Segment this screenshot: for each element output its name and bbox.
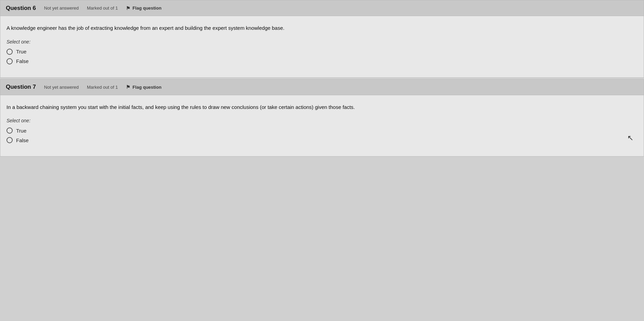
question-7-option-true[interactable]: True [7,127,637,134]
question-7-marked: Marked out of 1 [87,85,118,90]
question-7-option-false-label: False [16,137,29,143]
quiz-container: Question 6 Not yet answered Marked out o… [0,0,644,157]
question-7-option-true-label: True [16,128,26,134]
question-7-select-label: Select one: [7,118,637,123]
question-6-option-false-label: False [16,58,29,64]
radio-q7-true[interactable] [7,127,13,134]
question-7-flag-button[interactable]: ⚑ Flag question [126,84,162,90]
question-6-marked: Marked out of 1 [87,5,118,11]
radio-q6-true[interactable] [7,49,13,55]
radio-q7-false[interactable] [7,137,13,143]
question-7-flag-label: Flag question [132,85,162,90]
question-7-body: In a backward chaining system you start … [0,95,644,157]
question-7-status: Not yet answered [44,85,79,90]
question-6-title: Question 6 [6,5,36,12]
flag-icon-q6: ⚑ [126,5,130,11]
question-6-option-true[interactable]: True [7,49,637,55]
question-7-text: In a backward chaining system you start … [7,103,637,111]
question-6-status: Not yet answered [44,5,79,11]
question-7-option-false[interactable]: False [7,137,637,143]
radio-q6-false[interactable] [7,58,13,64]
question-7-block: Question 7 Not yet answered Marked out o… [0,79,644,157]
question-6-body: A knowledge engineer has the job of extr… [0,16,644,77]
question-6-text: A knowledge engineer has the job of extr… [7,24,637,32]
question-6-block: Question 6 Not yet answered Marked out o… [0,0,644,78]
question-6-option-true-label: True [16,49,26,54]
question-7-header: Question 7 Not yet answered Marked out o… [0,79,644,95]
question-6-header: Question 6 Not yet answered Marked out o… [0,0,644,16]
question-6-option-false[interactable]: False [7,58,637,64]
question-6-select-label: Select one: [7,39,637,45]
question-6-flag-label: Flag question [132,5,162,11]
question-6-flag-button[interactable]: ⚑ Flag question [126,5,162,11]
question-7-title: Question 7 [6,84,36,90]
flag-icon-q7: ⚑ [126,84,130,90]
